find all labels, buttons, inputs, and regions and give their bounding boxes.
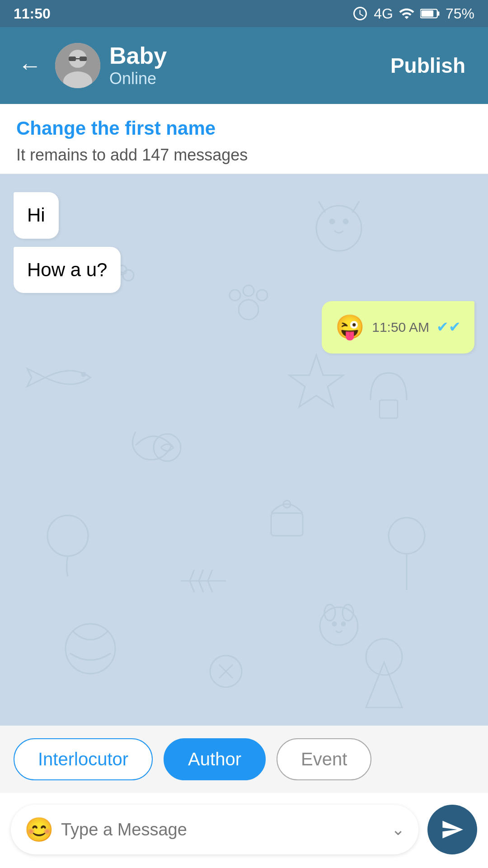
notice-subtitle: It remains to add 147 messages — [16, 146, 472, 165]
svg-line-31 — [199, 570, 203, 581]
svg-point-24 — [154, 434, 181, 461]
svg-line-34 — [199, 581, 203, 592]
svg-line-33 — [190, 581, 194, 592]
svg-point-42 — [333, 622, 336, 626]
contact-status: Online — [109, 69, 372, 88]
svg-line-30 — [190, 570, 194, 581]
message-ticks: ✔✔ — [436, 318, 461, 337]
status-bar: 11:50 4G 75% — [0, 0, 488, 27]
tab-author[interactable]: Author — [164, 738, 266, 780]
input-area: 😊 ⌄ — [0, 796, 488, 868]
contact-info: Baby Online — [109, 43, 372, 88]
svg-point-26 — [47, 515, 88, 556]
message-time: 11:50 AM — [372, 318, 429, 336]
message-hi-text: Hi — [27, 204, 45, 226]
svg-point-43 — [342, 622, 345, 626]
chevron-down-icon[interactable]: ⌄ — [391, 820, 405, 839]
message-hi: Hi — [14, 192, 59, 239]
message-how-text: How a u? — [27, 259, 107, 280]
message-input-wrap: 😊 ⌄ — [11, 805, 418, 854]
svg-rect-27 — [271, 513, 303, 536]
clock-icon — [352, 5, 368, 22]
message-input[interactable] — [61, 820, 391, 840]
svg-point-39 — [320, 607, 358, 645]
message-outgoing-emoji: 😜 11:50 AM ✔✔ — [322, 301, 474, 354]
emoji-button[interactable]: 😊 — [24, 816, 61, 844]
svg-line-35 — [208, 581, 212, 592]
signal-icon — [399, 5, 415, 22]
svg-rect-7 — [80, 57, 87, 61]
svg-rect-1 — [421, 10, 433, 17]
back-button[interactable]: ← — [14, 47, 46, 84]
svg-rect-2 — [437, 11, 440, 15]
svg-point-36 — [389, 518, 425, 554]
send-icon — [441, 818, 464, 841]
battery-icon — [420, 5, 440, 22]
svg-point-23 — [82, 373, 85, 376]
chat-area: Hi How a u? 😜 11:50 AM ✔✔ — [0, 174, 488, 726]
svg-line-32 — [208, 570, 212, 581]
notice-title: Change the first name — [16, 118, 472, 139]
status-time: 11:50 — [14, 5, 51, 22]
message-how-are-you: How a u? — [14, 247, 121, 293]
send-button[interactable] — [427, 805, 477, 854]
notice-bar: Change the first name It remains to add … — [0, 104, 488, 174]
tab-event[interactable]: Event — [277, 738, 371, 780]
svg-rect-6 — [69, 57, 76, 61]
bottom-tabs: Interlocutor Author Event — [0, 726, 488, 793]
status-icons: 4G 75% — [352, 5, 474, 22]
svg-rect-25 — [380, 400, 398, 418]
avatar — [55, 43, 100, 88]
network-label: 4G — [374, 5, 393, 22]
contact-name: Baby — [109, 43, 372, 69]
battery-label: 75% — [446, 5, 474, 22]
tab-interlocutor[interactable]: Interlocutor — [14, 738, 153, 780]
avatar-image — [55, 43, 100, 88]
header: ← Baby Online Publish — [0, 27, 488, 104]
message-emoji: 😜 — [335, 312, 365, 343]
publish-button[interactable]: Publish — [381, 49, 474, 82]
svg-point-47 — [366, 639, 402, 675]
messages-container: Hi How a u? 😜 11:50 AM ✔✔ — [0, 174, 488, 372]
